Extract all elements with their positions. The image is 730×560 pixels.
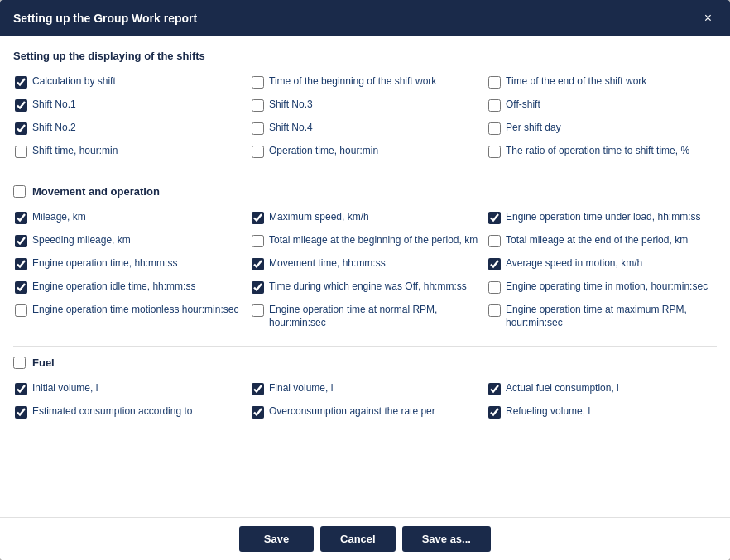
modal-footer: Save Cancel Save as...: [0, 517, 730, 560]
label-off_shift[interactable]: Off-shift: [506, 98, 540, 112]
checkbox-shift_end[interactable]: [488, 76, 501, 89]
label-avg_speed[interactable]: Average speed in motion, km/h: [506, 257, 642, 270]
label-shift_end[interactable]: Time of the end of the shift work: [506, 75, 646, 89]
checkbox-actual_fuel[interactable]: [488, 383, 501, 395]
checkbox-estimated_consumption[interactable]: [15, 406, 27, 419]
checkbox-item-shift_time: Shift time, hour:min: [13, 141, 243, 161]
label-refueling_vol[interactable]: Refueling volume, l: [506, 405, 590, 419]
checkbox-item-shift_no4: Shift No.4: [250, 118, 480, 138]
checkbox-engine_op_time[interactable]: [15, 258, 27, 270]
checkbox-engine_normal_rpm[interactable]: [252, 304, 264, 317]
label-movement_time[interactable]: Movement time, hh:mm:ss: [269, 257, 386, 270]
save-as-button[interactable]: Save as...: [402, 526, 491, 552]
checkbox-engine_in_motion[interactable]: [488, 281, 501, 294]
checkbox-shift_no2[interactable]: [15, 122, 27, 135]
checkbox-engine_idle[interactable]: [15, 281, 27, 294]
label-per_shift_day[interactable]: Per shift day: [506, 122, 561, 135]
modal: Setting up the Group Work report × Setti…: [0, 0, 730, 560]
label-shift_no3[interactable]: Shift No.3: [269, 98, 313, 112]
label-engine_idle[interactable]: Engine operation idle time, hh:mm:ss: [32, 280, 195, 294]
label-max_speed[interactable]: Maximum speed, km/h: [269, 211, 369, 224]
checkbox-mileage[interactable]: [15, 212, 27, 224]
label-engine_off[interactable]: Time during which engine was Off, hh:mm:…: [269, 280, 467, 294]
label-ratio_op[interactable]: The ratio of operation time to shift tim…: [506, 145, 689, 158]
modal-overlay: Setting up the Group Work report × Setti…: [0, 0, 730, 560]
label-total_mileage_begin[interactable]: Total mileage at the beginning of the pe…: [269, 234, 478, 247]
label-speeding_mileage[interactable]: Speeding mileage, km: [32, 234, 131, 247]
label-shift_begin[interactable]: Time of the beginning of the shift work: [269, 75, 436, 89]
label-shift_time[interactable]: Shift time, hour:min: [32, 145, 118, 158]
checkbox-overconsumption[interactable]: [252, 406, 264, 419]
checkbox-engine_op_load[interactable]: [488, 212, 501, 224]
checkbox-item-engine_in_motion: Engine operating time in motion, hour:mi…: [487, 277, 717, 297]
checkbox-item-engine_op_load: Engine operation time under load, hh:mm:…: [487, 208, 717, 227]
checkbox-max_speed[interactable]: [252, 212, 264, 224]
label-operation_time[interactable]: Operation time, hour:min: [269, 145, 378, 158]
checkbox-item-speeding_mileage: Speeding mileage, km: [13, 231, 243, 251]
checkbox-operation_time[interactable]: [252, 146, 264, 158]
label-final_vol[interactable]: Final volume, l: [269, 382, 333, 395]
checkbox-item-avg_speed: Average speed in motion, km/h: [487, 254, 717, 274]
section-header-fuel: Fuel: [13, 357, 717, 369]
checkbox-item-engine_max_rpm: Engine operation time at maximum RPM, ho…: [487, 300, 717, 333]
label-engine_motionless[interactable]: Engine operation time motionless hour:mi…: [32, 304, 238, 317]
label-actual_fuel[interactable]: Actual fuel consumption, l: [506, 382, 619, 395]
checkbox-engine_motionless[interactable]: [15, 304, 27, 317]
checkbox-shift_no4[interactable]: [252, 122, 264, 135]
section-checkbox-fuel[interactable]: [13, 357, 26, 369]
label-engine_op_time[interactable]: Engine operation time, hh:mm:ss: [32, 257, 177, 270]
checkbox-avg_speed[interactable]: [488, 258, 501, 270]
checkbox-shift_begin[interactable]: [252, 76, 264, 89]
label-engine_op_load[interactable]: Engine operation time under load, hh:mm:…: [506, 211, 700, 224]
checkbox-shift_no3[interactable]: [252, 99, 264, 112]
checkbox-total_mileage_begin[interactable]: [252, 235, 264, 247]
label-initial_vol[interactable]: Initial volume, l: [32, 382, 98, 395]
checkbox-ratio_op[interactable]: [488, 146, 501, 158]
checkbox-off_shift[interactable]: [488, 99, 501, 112]
checkbox-item-estimated_consumption: Estimated consumption according to: [13, 402, 243, 422]
checkbox-grid-movement: Mileage, kmMaximum speed, km/hEngine ope…: [13, 208, 717, 333]
section-checkbox-movement[interactable]: [13, 185, 26, 198]
checkbox-item-initial_vol: Initial volume, l: [13, 379, 243, 399]
section-header-shifts: Setting up the displaying of the shifts: [13, 50, 717, 62]
checkbox-item-refueling_vol: Refueling volume, l: [487, 402, 717, 422]
checkbox-shift_no1[interactable]: [15, 99, 27, 112]
label-calc_shift[interactable]: Calculation by shift: [32, 75, 116, 89]
section-label-fuel: Fuel: [32, 357, 55, 369]
checkbox-item-total_mileage_begin: Total mileage at the beginning of the pe…: [250, 231, 480, 251]
save-button[interactable]: Save: [239, 526, 314, 552]
checkbox-item-operation_time: Operation time, hour:min: [250, 141, 480, 161]
modal-title: Setting up the Group Work report: [13, 12, 197, 25]
checkbox-item-movement_time: Movement time, hh:mm:ss: [250, 254, 480, 274]
modal-body: Setting up the displaying of the shiftsC…: [0, 36, 730, 517]
label-engine_in_motion[interactable]: Engine operating time in motion, hour:mi…: [506, 280, 708, 294]
label-total_mileage_end[interactable]: Total mileage at the end of the period, …: [506, 234, 688, 247]
checkbox-speeding_mileage[interactable]: [15, 235, 27, 247]
checkbox-movement_time[interactable]: [252, 258, 264, 270]
checkbox-initial_vol[interactable]: [15, 383, 27, 395]
close-button[interactable]: ×: [699, 10, 717, 26]
label-estimated_consumption[interactable]: Estimated consumption according to: [32, 405, 192, 419]
label-engine_max_rpm[interactable]: Engine operation time at maximum RPM, ho…: [506, 304, 715, 329]
modal-header: Setting up the Group Work report ×: [0, 0, 730, 36]
checkbox-final_vol[interactable]: [252, 383, 264, 395]
checkbox-item-engine_normal_rpm: Engine operation time at normal RPM, hou…: [250, 300, 480, 333]
checkbox-refueling_vol[interactable]: [488, 406, 501, 419]
checkbox-total_mileage_end[interactable]: [488, 235, 501, 247]
checkbox-item-final_vol: Final volume, l: [250, 379, 480, 399]
label-engine_normal_rpm[interactable]: Engine operation time at normal RPM, hou…: [269, 304, 478, 329]
checkbox-engine_off[interactable]: [252, 281, 264, 294]
divider-0: [13, 175, 717, 175]
label-overconsumption[interactable]: Overconsumption against the rate per: [269, 405, 435, 419]
label-shift_no1[interactable]: Shift No.1: [32, 98, 76, 112]
checkbox-item-overconsumption: Overconsumption against the rate per: [250, 402, 480, 422]
checkbox-item-off_shift: Off-shift: [487, 95, 717, 115]
label-shift_no2[interactable]: Shift No.2: [32, 122, 76, 135]
checkbox-calc_shift[interactable]: [15, 76, 27, 89]
label-mileage[interactable]: Mileage, km: [32, 211, 86, 224]
checkbox-engine_max_rpm[interactable]: [488, 304, 501, 317]
cancel-button[interactable]: Cancel: [320, 526, 396, 552]
checkbox-shift_time[interactable]: [15, 146, 27, 158]
checkbox-per_shift_day[interactable]: [488, 122, 501, 135]
label-shift_no4[interactable]: Shift No.4: [269, 122, 313, 135]
